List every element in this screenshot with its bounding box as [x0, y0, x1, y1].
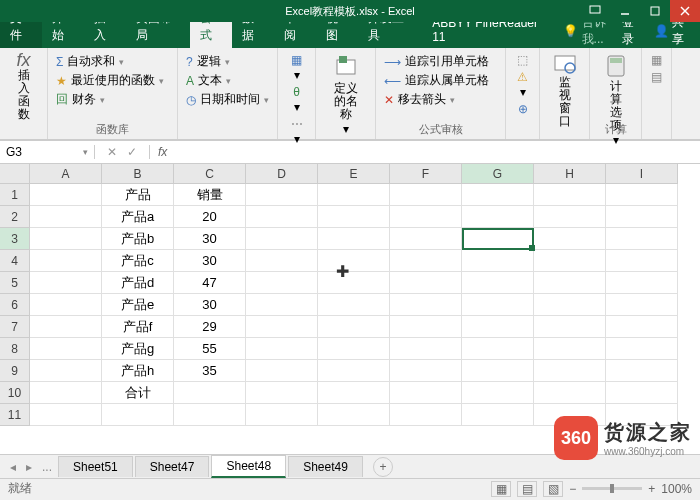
select-all-corner[interactable]	[0, 164, 30, 184]
cell[interactable]	[174, 404, 246, 426]
trace-precedents-button[interactable]: ⟶追踪引用单元格	[384, 52, 497, 71]
cell[interactable]: 合计	[102, 382, 174, 404]
cell[interactable]	[246, 316, 318, 338]
cell[interactable]: 产品h	[102, 360, 174, 382]
sheet-nav-more[interactable]: ...	[38, 460, 56, 474]
sheet-nav-prev[interactable]: ◂	[6, 460, 20, 474]
recent-functions-button[interactable]: ★最近使用的函数▾	[56, 71, 169, 90]
cell[interactable]	[174, 382, 246, 404]
cell[interactable]	[246, 382, 318, 404]
view-pagebreak-button[interactable]: ▧	[543, 481, 563, 497]
col-header[interactable]: H	[534, 164, 606, 184]
cell[interactable]	[534, 250, 606, 272]
error-check-button[interactable]: ⚠▾	[514, 69, 531, 101]
cell[interactable]	[30, 404, 102, 426]
cell[interactable]	[318, 404, 390, 426]
row-header[interactable]: 4	[0, 250, 30, 272]
calc-now-button[interactable]: ▦	[650, 52, 663, 69]
cell[interactable]	[462, 338, 534, 360]
remove-arrows-button[interactable]: ✕移去箭头▾	[384, 90, 497, 109]
zoom-in-button[interactable]: +	[648, 482, 655, 496]
cell[interactable]	[318, 294, 390, 316]
cell[interactable]	[606, 184, 678, 206]
cell[interactable]	[390, 184, 462, 206]
col-header[interactable]: A	[30, 164, 102, 184]
row-header[interactable]: 5	[0, 272, 30, 294]
cell[interactable]	[462, 360, 534, 382]
cell[interactable]	[30, 316, 102, 338]
show-formulas-button[interactable]: ⬚	[514, 52, 531, 69]
row-header[interactable]: 7	[0, 316, 30, 338]
cell[interactable]	[246, 184, 318, 206]
cancel-formula-icon[interactable]: ✕	[107, 145, 117, 159]
cell[interactable]	[606, 250, 678, 272]
defined-names-button[interactable]: 定义的名称▾	[324, 52, 367, 138]
cell[interactable]: 55	[174, 338, 246, 360]
cell[interactable]	[246, 360, 318, 382]
cell[interactable]	[534, 206, 606, 228]
view-layout-button[interactable]: ▤	[517, 481, 537, 497]
cell[interactable]	[462, 294, 534, 316]
cell[interactable]	[390, 294, 462, 316]
cell[interactable]: 47	[174, 272, 246, 294]
cell[interactable]	[390, 228, 462, 250]
cell[interactable]	[390, 382, 462, 404]
name-box[interactable]: G3▾	[0, 145, 95, 159]
zoom-slider[interactable]	[582, 487, 642, 490]
cell[interactable]	[390, 338, 462, 360]
cell[interactable]	[30, 250, 102, 272]
cell[interactable]	[534, 294, 606, 316]
cell[interactable]	[30, 272, 102, 294]
add-sheet-button[interactable]: +	[373, 457, 393, 477]
cell[interactable]	[30, 338, 102, 360]
sheet-nav-next[interactable]: ▸	[22, 460, 36, 474]
enter-formula-icon[interactable]: ✓	[127, 145, 137, 159]
cell[interactable]: 产品	[102, 184, 174, 206]
cell[interactable]	[606, 338, 678, 360]
cell[interactable]	[462, 272, 534, 294]
cell[interactable]	[534, 382, 606, 404]
row-header[interactable]: 8	[0, 338, 30, 360]
maximize-button[interactable]	[640, 0, 670, 22]
trace-dependents-button[interactable]: ⟵追踪从属单元格	[384, 71, 497, 90]
col-header[interactable]: C	[174, 164, 246, 184]
sheet-tab[interactable]: Sheet49	[288, 456, 363, 477]
cell[interactable]: 产品f	[102, 316, 174, 338]
cell[interactable]	[390, 250, 462, 272]
row-header[interactable]: 9	[0, 360, 30, 382]
evaluate-button[interactable]: ⊕	[514, 101, 531, 118]
cell[interactable]	[390, 360, 462, 382]
cell[interactable]	[462, 250, 534, 272]
close-button[interactable]	[670, 0, 700, 22]
row-header[interactable]: 6	[0, 294, 30, 316]
cell[interactable]	[534, 272, 606, 294]
cell[interactable]	[102, 404, 174, 426]
cell[interactable]: 产品c	[102, 250, 174, 272]
cell[interactable]	[462, 206, 534, 228]
ribbon-options-icon[interactable]	[580, 0, 610, 22]
cell[interactable]	[246, 294, 318, 316]
cell[interactable]	[246, 206, 318, 228]
col-header[interactable]: B	[102, 164, 174, 184]
logical-button[interactable]: ?逻辑▾	[186, 52, 269, 71]
cell[interactable]	[318, 272, 390, 294]
cell[interactable]	[534, 184, 606, 206]
lookup-button[interactable]: ▦▾	[286, 52, 307, 84]
cell[interactable]	[30, 184, 102, 206]
more-fn-button[interactable]: ⋯▾	[286, 116, 307, 148]
cell[interactable]	[318, 382, 390, 404]
cell[interactable]: 产品e	[102, 294, 174, 316]
zoom-level[interactable]: 100%	[661, 482, 692, 496]
cell[interactable]	[606, 294, 678, 316]
cell[interactable]: 产品b	[102, 228, 174, 250]
cell[interactable]: 30	[174, 250, 246, 272]
cell[interactable]: 29	[174, 316, 246, 338]
cell[interactable]: 20	[174, 206, 246, 228]
calc-sheet-button[interactable]: ▤	[650, 69, 663, 86]
cell[interactable]	[30, 206, 102, 228]
cell[interactable]	[318, 250, 390, 272]
minimize-button[interactable]	[610, 0, 640, 22]
cell[interactable]	[246, 228, 318, 250]
cell[interactable]	[246, 338, 318, 360]
col-header[interactable]: G	[462, 164, 534, 184]
